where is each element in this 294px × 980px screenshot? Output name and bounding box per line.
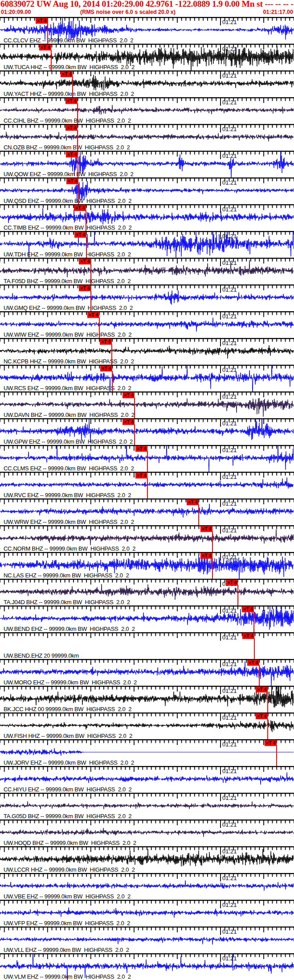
trace-label: UW.VLL EHZ -- 99999.0km BW HIGHPASS 2.0 … bbox=[4, 947, 129, 953]
trace-label: UW.DAVN BHZ -- 99999.0km BW HIGHPASS 2.0… bbox=[4, 412, 135, 418]
pick-flag[interactable]: ×T 4 bbox=[242, 606, 254, 612]
trace-row[interactable]: 01:21×T 4CN.OZB BHZ -- 99999.0km BW HIGH… bbox=[0, 124, 294, 151]
trace-row[interactable]: 01:21UW.VFP EHZ -- 99999.0km BW HIGHPASS… bbox=[0, 900, 294, 926]
trace-row[interactable]: 01:21TA.G05D BHZ -- 99999.0km BW HIGHPAS… bbox=[0, 793, 294, 819]
trace-row[interactable]: 01:21UW.VLL EHZ -- 99999.0km BW HIGHPASS… bbox=[0, 926, 294, 953]
minute-label: 01:21 bbox=[222, 928, 237, 935]
pick-flag[interactable]: ×T 4 bbox=[74, 232, 86, 238]
trace-row[interactable]: 01:21×T 4NC.LAS EHZ -- 99999.0km BW HIGH… bbox=[0, 552, 294, 579]
trace-row[interactable]: 01:21UW.VLM EHZ -- 99999.0km BW HIGHPASS… bbox=[0, 953, 294, 980]
trace-label: UW.BEND.EHZ 20 99999.0km bbox=[4, 652, 79, 659]
trace-label: TA.F05D BHZ -- 99999.0km BW HIGHPASS 2.0… bbox=[4, 278, 131, 284]
pick-flag[interactable]: ×T 4 bbox=[65, 98, 78, 104]
trace-row[interactable]: 01:21×T 4UW.TUCA HHZ -- 99999.0km BW HIG… bbox=[0, 44, 294, 70]
pick-flag[interactable]: ×T 4 bbox=[61, 71, 73, 77]
trace-row[interactable]: 01:21×T 4NC.KCPB HHZ -- 99999.0km BW HIG… bbox=[0, 338, 294, 365]
trace-row[interactable]: 01:21×T 4UW.JORV EHZ -- 99999.0km BW HIG… bbox=[0, 739, 294, 766]
trace-row[interactable]: 01:21×T 4TA.J04D BHZ -- 99999.0km BW HIG… bbox=[0, 579, 294, 605]
minute-label: 01:21 bbox=[222, 554, 237, 560]
trace-label: UW.LCCR HHZ -- 99999.0km BW HIGHPASS 2.0… bbox=[4, 866, 135, 873]
pick-flag[interactable]: ×T 4 bbox=[79, 285, 91, 291]
trace-row[interactable]: 01:21×T 4UW.DAVN BHZ -- 99999.0km BW HIG… bbox=[0, 391, 294, 418]
time-ticks bbox=[0, 713, 294, 721]
trace-row[interactable]: 01:21×T 4UW.RCS EHZ -- 99999.0km BW HIGH… bbox=[0, 365, 294, 391]
pick-flag[interactable]: ×T 4 bbox=[66, 178, 78, 184]
pick-flag[interactable]: ×T 4 bbox=[242, 633, 254, 639]
trace-row[interactable]: 01:21×T 4UW.MORO EHZ -- 99999.0km BW HIG… bbox=[0, 659, 294, 686]
waveform bbox=[0, 260, 294, 277]
trace-label: UW.RVC EHZ -- 99999.0km BW HIGHPASS 2.0 … bbox=[4, 492, 131, 498]
minute-label: 01:21 bbox=[222, 420, 237, 427]
pick-flag[interactable]: ×T 4 bbox=[74, 205, 86, 211]
time-ticks bbox=[0, 392, 294, 400]
minute-label: 01:21 bbox=[222, 259, 237, 266]
trace-row[interactable]: 01:21×T 4UW.GPW EHZ -- 99999.0km BW HIGH… bbox=[0, 418, 294, 445]
pick-line bbox=[86, 237, 87, 258]
trace-row[interactable]: 01:21×T 4CC.CLCV EHZ -- 99999.0km BW HIG… bbox=[0, 17, 294, 44]
pick-flag[interactable]: ×T 4 bbox=[122, 392, 135, 398]
pick-flag[interactable]: ×T 4 bbox=[87, 312, 99, 318]
trace-label: UW.VBE EHZ -- 99999.0km BW HIGHPASS 2.0 … bbox=[4, 893, 131, 900]
time-ticks bbox=[0, 767, 294, 774]
pick-flag[interactable]: ×T 4 bbox=[200, 526, 212, 532]
trace-row[interactable]: 01:21×T 4BK.JCC HHZ 00 99999.0km BW HIGH… bbox=[0, 686, 294, 712]
trace-row[interactable]: 01:21×T 4UW.QOW EHZ -- 99999.0km BW HIGH… bbox=[0, 151, 294, 177]
time-ticks bbox=[0, 312, 294, 320]
trace-row[interactable]: 01:21×T 4UW.QSD EHZ -- 99999.0km BW HIGH… bbox=[0, 177, 294, 204]
pick-line bbox=[212, 531, 213, 552]
minute-label: 01:21 bbox=[222, 795, 237, 801]
pick-flag[interactable]: ×T 4 bbox=[100, 339, 112, 345]
time-ticks bbox=[0, 687, 294, 694]
pick-flag[interactable]: ×T 4 bbox=[79, 259, 91, 264]
pick-flag[interactable]: ×T 4 bbox=[135, 473, 147, 478]
pick-flag[interactable]: ×T 4 bbox=[135, 446, 147, 452]
minute-label: 01:21 bbox=[222, 447, 237, 453]
minute-label: 01:21 bbox=[222, 393, 237, 400]
trace-row[interactable]: 01:21×T 4CC.TIMB EHZ -- 99999.0km BW HIG… bbox=[0, 204, 294, 231]
pick-flag[interactable]: ×T 4 bbox=[122, 419, 135, 425]
trace-row[interactable]: 01:21×T 4UW.GMQ EHZ -- 99999.0km BW HIGH… bbox=[0, 284, 294, 311]
trace-row[interactable]: 01:21×T 4CC.NORM BHZ -- 99999.0km BW HIG… bbox=[0, 525, 294, 552]
trace-row[interactable]: 01:21×T 4UW.TDH EHZ -- 99999.0km BW HIGH… bbox=[0, 231, 294, 258]
trace-label: UW.JORV EHZ -- 99999.0km BW HIGHPASS 2.0… bbox=[4, 759, 134, 766]
time-ticks bbox=[0, 125, 294, 132]
pick-line bbox=[267, 692, 268, 712]
trace-row[interactable]: 01:21×T 4UW.BEND.EHZ 20 99999.0km bbox=[0, 632, 294, 659]
pick-flag[interactable]: ×T 4 bbox=[66, 152, 78, 157]
trace-row[interactable]: 01:21×T 4UW.WIW EHZ -- 99999.0km BW HIGH… bbox=[0, 311, 294, 338]
trace-label: UW.QSD EHZ -- 99999.0km BW HIGHPASS 2.0 … bbox=[4, 198, 131, 204]
pick-flag[interactable]: ×T 4 bbox=[226, 580, 238, 585]
pick-flag[interactable]: ×T 4 bbox=[100, 366, 112, 371]
header-subline: 01:20:09.00 (RMS noise over 6.0 s scaled… bbox=[0, 9, 294, 16]
pick-flag[interactable]: ×T 4 bbox=[39, 45, 51, 50]
trace-row[interactable]: 01:21UW.HOQD BHZ -- 99999.0km BW HIGHPAS… bbox=[0, 819, 294, 846]
pick-flag[interactable]: ×T 4 bbox=[256, 687, 268, 692]
trace-row[interactable]: 01:21×T 4UW.YACT HHZ -- 99999.0km BW HIG… bbox=[0, 70, 294, 97]
trace-label: CC.HIYU EHZ -- 99999.0km BW HIGHPASS 2.0… bbox=[4, 786, 132, 793]
trace-row[interactable]: 01:21×T 4UW.FISH HHZ -- 99999.0km BW HIG… bbox=[0, 712, 294, 739]
trace-row[interactable]: 01:21×T 4TA.F05D BHZ -- 99999.0km BW HIG… bbox=[0, 258, 294, 284]
pick-flag[interactable]: ×T 4 bbox=[65, 125, 78, 131]
trace-row[interactable]: 01:21CC.HIYU EHZ -- 99999.0km BW HIGHPAS… bbox=[0, 766, 294, 793]
trace-label: UW.VFP EHZ -- 99999.0km BW HIGHPASS 2.0 … bbox=[4, 920, 130, 926]
time-ticks bbox=[0, 526, 294, 534]
time-ticks bbox=[0, 874, 294, 881]
pick-flag[interactable]: ×T 4 bbox=[36, 18, 48, 24]
minute-label: 01:21 bbox=[222, 206, 237, 213]
trace-row[interactable]: 01:21×T 4UW.BEND EHZ -- 99999.0km BW HIG… bbox=[0, 605, 294, 632]
trace-row[interactable]: 01:21×T 4UW.WRW EHZ -- 99999.0km BW HIGH… bbox=[0, 498, 294, 525]
trace-row[interactable]: 01:21UW.VBE EHZ -- 99999.0km BW HIGHPASS… bbox=[0, 873, 294, 900]
pick-flag[interactable]: ×T 4 bbox=[187, 499, 199, 505]
pick-flag[interactable]: ×T 4 bbox=[247, 660, 259, 666]
pick-flag[interactable]: ×T 4 bbox=[265, 740, 277, 746]
pick-flag[interactable]: ×T 4 bbox=[200, 553, 212, 559]
trace-row[interactable]: 01:21×T 4CC.CIHL BHZ -- 99999.0km BW HIG… bbox=[0, 97, 294, 124]
pick-line bbox=[147, 478, 148, 498]
pick-line bbox=[267, 719, 268, 739]
trace-row[interactable]: 01:21UW.LCCR HHZ -- 99999.0km BW HIGHPAS… bbox=[0, 846, 294, 873]
trace-row[interactable]: 01:21×T 4UW.RVC EHZ -- 99999.0km BW HIGH… bbox=[0, 472, 294, 498]
seismogram-viewer: 60839072 UW Aug 10, 2014 01:20:29.00 42.… bbox=[0, 0, 294, 980]
pick-flag[interactable]: ×T 4 bbox=[256, 713, 268, 719]
waveform bbox=[0, 881, 294, 891]
trace-row[interactable]: 01:21×T 4CC.CLMS EHZ -- 99999.0km BW HIG… bbox=[0, 445, 294, 472]
